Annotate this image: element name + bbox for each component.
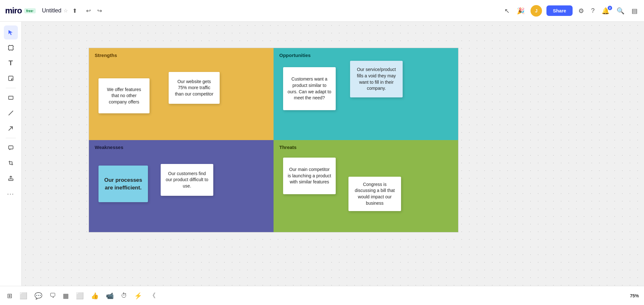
- canvas[interactable]: Strengths We offer features that no othe…: [22, 22, 644, 286]
- bottom-table-icon[interactable]: ▦: [61, 291, 71, 301]
- more-tools[interactable]: ···: [4, 187, 18, 201]
- sticky-s1[interactable]: We offer features that no other company …: [99, 78, 150, 113]
- zoom-level: 75%: [630, 293, 639, 298]
- sticky-s8[interactable]: Congress is discussing a bill that would…: [348, 177, 401, 211]
- quadrant-threats: Threats Our main competitor is launching…: [274, 140, 458, 232]
- rect-tool[interactable]: [4, 91, 18, 105]
- free-badge: free·: [24, 8, 35, 13]
- undo-button[interactable]: ↩: [84, 6, 93, 16]
- quadrant-strengths: Strengths We offer features that no othe…: [89, 48, 274, 140]
- bottom-camera-icon[interactable]: 📹: [104, 291, 116, 301]
- bottom-bubble-icon[interactable]: 🗨: [48, 291, 58, 301]
- toolbar-divider: [6, 88, 16, 88]
- quadrant-weaknesses: Weaknesses Our processes are inefficient…: [89, 140, 274, 232]
- avatar[interactable]: J: [531, 5, 542, 17]
- bottom-comment-icon[interactable]: 💬: [33, 291, 44, 301]
- party-icon[interactable]: 🎉: [516, 6, 526, 16]
- opportunities-label: Opportunities: [279, 53, 452, 58]
- cursor-tool-icon[interactable]: ↖: [503, 6, 511, 16]
- frame-tool[interactable]: [4, 41, 18, 55]
- logo: miro: [5, 6, 22, 16]
- sticky-s2[interactable]: Our website gets 75% more traffic than o…: [169, 72, 220, 104]
- notification-badge: 2: [608, 6, 612, 10]
- bottom-export-icon[interactable]: ⬜: [74, 291, 86, 301]
- bottom-timer-icon[interactable]: ⏱: [119, 291, 129, 301]
- upload-tool[interactable]: [4, 171, 18, 185]
- arrow-tool[interactable]: [4, 121, 18, 135]
- undo-redo-group: ↩ ↪: [84, 6, 105, 16]
- topbar-right: ↖ 🎉 J Share ⚙ ? 🔔 2 🔍 ▤: [503, 5, 639, 17]
- bottom-grid-icon[interactable]: ⊞: [5, 291, 14, 301]
- bottom-bar: ⊞ ⬜ 💬 🗨 ▦ ⬜ 👍 📹 ⏱ ⚡ 《 75%: [0, 286, 644, 305]
- threats-label: Threats: [279, 145, 452, 150]
- left-toolbar: T ···: [0, 22, 22, 286]
- swot-board: Strengths We offer features that no othe…: [89, 48, 458, 232]
- upload-icon[interactable]: ⬆: [72, 7, 77, 14]
- main-area: T ··· Strengths: [0, 22, 644, 286]
- svg-rect-18: [9, 179, 13, 181]
- crop-tool[interactable]: [4, 156, 18, 170]
- cursor-tool[interactable]: [4, 25, 18, 39]
- quadrant-opportunities: Opportunities Customers want a product s…: [274, 48, 458, 140]
- bottom-bolt-icon[interactable]: ⚡: [132, 291, 144, 301]
- svg-rect-9: [9, 76, 13, 81]
- sticky-s7[interactable]: Our main competitor is launching a produ…: [283, 158, 336, 194]
- strengths-label: Strengths: [95, 53, 268, 58]
- redo-button[interactable]: ↪: [95, 6, 105, 16]
- help-icon[interactable]: ?: [590, 6, 596, 16]
- notification-wrapper[interactable]: 🔔 2: [600, 7, 611, 15]
- svg-rect-13: [9, 146, 13, 149]
- panel-icon[interactable]: ▤: [630, 6, 639, 16]
- bottom-sticky-icon[interactable]: ⬜: [18, 291, 29, 301]
- logo-area: miro free·: [5, 6, 36, 16]
- share-button[interactable]: Share: [546, 5, 573, 16]
- sticky-s3[interactable]: Customers want a product similar to ours…: [283, 67, 336, 110]
- bottom-like-icon[interactable]: 👍: [89, 291, 101, 301]
- svg-line-11: [9, 111, 13, 115]
- comment-tool[interactable]: [4, 141, 18, 155]
- svg-rect-10: [9, 96, 13, 99]
- weaknesses-label: Weaknesses: [95, 145, 268, 150]
- text-tool[interactable]: T: [4, 56, 18, 70]
- sticky-tool[interactable]: [4, 71, 18, 85]
- settings-icon[interactable]: ⚙: [577, 6, 585, 16]
- bottom-collapse-icon[interactable]: 《: [147, 290, 157, 301]
- page-title: Untitled: [42, 7, 62, 14]
- svg-line-12: [9, 127, 12, 131]
- sticky-s4[interactable]: Our service/product fills a void they ma…: [350, 61, 403, 97]
- toolbar-divider-2: [6, 138, 16, 138]
- sticky-s5[interactable]: Our processes are inefficient.: [99, 166, 148, 202]
- svg-rect-0: [9, 46, 13, 50]
- title-area: Untitled ☆ ⬆: [42, 7, 77, 14]
- star-icon[interactable]: ☆: [63, 8, 68, 14]
- line-tool[interactable]: [4, 106, 18, 120]
- search-icon[interactable]: 🔍: [615, 6, 626, 16]
- top-bar: miro free· Untitled ☆ ⬆ ↩ ↪ ↖ 🎉 J Share …: [0, 0, 644, 22]
- sticky-s6[interactable]: Our customers find our product difficult…: [161, 164, 213, 196]
